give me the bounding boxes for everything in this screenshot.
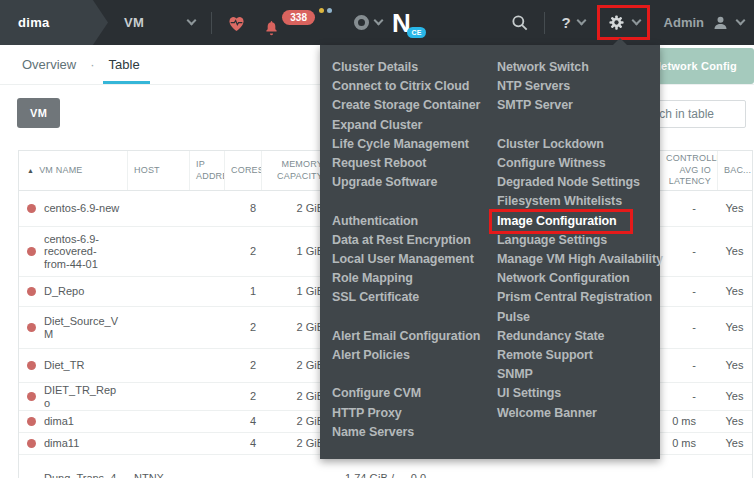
menu-col-left: Cluster DetailsConnect to Citrix CloudCr… bbox=[332, 58, 492, 461]
info-dot-icon bbox=[327, 8, 332, 13]
cell: Yes bbox=[718, 245, 751, 258]
menu-item-image-configuration[interactable]: Image Configuration bbox=[497, 212, 659, 231]
menu-item-redundancy-state[interactable]: Redundancy State bbox=[497, 327, 659, 346]
menu-item-life-cycle-management[interactable]: Life Cycle Management bbox=[332, 135, 492, 154]
tab-table[interactable]: Table bbox=[105, 45, 144, 84]
cell: - bbox=[660, 285, 718, 298]
status-dot-red-icon bbox=[27, 323, 36, 332]
settings-menu-button[interactable] bbox=[597, 5, 650, 40]
vm-name-cell: DIET_TR_Repo bbox=[19, 384, 128, 409]
vm-name: DIET_TR_Repo bbox=[44, 384, 122, 409]
column-label: BAC... bbox=[724, 165, 745, 177]
column-header-cores[interactable]: CORES bbox=[225, 151, 262, 190]
menu-item-ntp-servers[interactable]: NTP Servers bbox=[497, 77, 659, 96]
menu-item-pulse[interactable]: Pulse bbox=[497, 308, 659, 327]
vm-name-cell: D_Repo bbox=[19, 285, 128, 298]
vm-name: dima1 bbox=[44, 415, 74, 428]
divider bbox=[544, 12, 545, 34]
menu-item-smtp-server[interactable]: SMTP Server bbox=[497, 96, 659, 115]
menu-item-ssl-certificate[interactable]: SSL Certificate bbox=[332, 288, 492, 307]
menu-item-upgrade-software[interactable]: Upgrade Software bbox=[332, 173, 492, 192]
chevron-down-icon bbox=[631, 16, 641, 26]
column-header-host[interactable]: HOST bbox=[128, 151, 190, 190]
menu-item-alert-policies[interactable]: Alert Policies bbox=[332, 346, 492, 365]
column-header-controller-avg-io-latency[interactable]: CONTROLLER AVG IO LATENCY bbox=[660, 151, 718, 190]
vm-name-cell: dima1 bbox=[19, 415, 128, 428]
menu-item-ui-settings[interactable]: UI Settings bbox=[497, 384, 659, 403]
menu-item-local-user-management[interactable]: Local User Management bbox=[332, 250, 492, 269]
menu-item-expand-cluster[interactable]: Expand Cluster bbox=[332, 116, 492, 135]
vm-filter-button[interactable]: VM bbox=[17, 98, 60, 128]
user-menu[interactable]: Admin bbox=[664, 14, 744, 31]
cell: NTNX-691dff87 bbox=[128, 472, 190, 478]
tab-overview[interactable]: Overview bbox=[18, 45, 80, 84]
menu-item-manage-vm-high-availability[interactable]: Manage VM High Availability bbox=[497, 250, 659, 269]
cell: Yes bbox=[718, 437, 751, 450]
alerts-button[interactable]: 338 bbox=[263, 8, 332, 38]
menu-group: Alert Email ConfigurationAlert Policies bbox=[332, 327, 492, 365]
column-header-ip-addresses[interactable]: IP ADDRESSES bbox=[190, 151, 225, 190]
column-header-vm-name[interactable]: ▲VM NAME bbox=[19, 151, 128, 190]
chevron-down-icon[interactable] bbox=[374, 16, 384, 26]
bell-icon bbox=[263, 18, 280, 38]
health-button[interactable] bbox=[226, 13, 247, 33]
menu-item-remote-support[interactable]: Remote Support bbox=[497, 346, 659, 365]
menu-item-connect-to-citrix-cloud[interactable]: Connect to Citrix Cloud bbox=[332, 77, 492, 96]
cell: 2 bbox=[225, 245, 262, 258]
cell: 2 bbox=[225, 321, 262, 334]
menu-item-language-settings[interactable]: Language Settings bbox=[497, 231, 659, 250]
ce-badge: CE bbox=[407, 27, 425, 38]
cell: 1.74 GiB / 20 bbox=[330, 472, 400, 478]
app-root: dima VM 338 N CE bbox=[0, 0, 754, 478]
top-navbar: dima VM 338 N CE bbox=[0, 0, 754, 45]
menu-item-name-servers[interactable]: Name Servers bbox=[332, 423, 492, 442]
sort-asc-icon: ▲ bbox=[27, 166, 34, 175]
menu-item-role-mapping[interactable]: Role Mapping bbox=[332, 269, 492, 288]
settings-dropdown-menu: Cluster DetailsConnect to Citrix CloudCr… bbox=[320, 45, 660, 459]
menu-item-http-proxy[interactable]: HTTP Proxy bbox=[332, 404, 492, 423]
cluster-name[interactable]: dima bbox=[0, 0, 108, 45]
menu-item-degraded-node-settings[interactable]: Degraded Node Settings bbox=[497, 173, 659, 192]
menu-item-cluster-details[interactable]: Cluster Details bbox=[332, 58, 492, 77]
menu-item-welcome-banner[interactable]: Welcome Banner bbox=[497, 404, 659, 423]
navbar-right: ? Admin bbox=[510, 5, 754, 40]
status-dot-red-icon bbox=[27, 247, 36, 256]
vm-name: centos-6.9-new bbox=[44, 202, 119, 215]
menu-item-alert-email-configuration[interactable]: Alert Email Configuration bbox=[332, 327, 492, 346]
ring-icon[interactable] bbox=[354, 15, 369, 30]
menu-item-create-storage-container[interactable]: Create Storage Container bbox=[332, 96, 492, 115]
vm-name: D_Repo bbox=[44, 285, 84, 298]
entity-selector[interactable]: VM bbox=[124, 15, 195, 30]
cell: 0.07 bbox=[400, 472, 432, 478]
cell: 2 bbox=[225, 359, 262, 372]
menu-group: Cluster LockdownConfigure WitnessDegrade… bbox=[497, 135, 659, 423]
search-icon[interactable] bbox=[510, 13, 530, 33]
alert-count-badge[interactable]: 338 bbox=[282, 10, 315, 25]
cell: Yes bbox=[718, 321, 751, 334]
warning-dot-icon bbox=[319, 8, 324, 13]
column-label: CORES bbox=[231, 165, 255, 177]
menu-item-network-configuration[interactable]: Network Configuration bbox=[497, 269, 659, 288]
menu-item-configure-witness[interactable]: Configure Witness bbox=[497, 154, 659, 173]
view-tabs: Overview · Table bbox=[0, 45, 144, 84]
status-dot-red-icon bbox=[27, 204, 36, 213]
menu-item-cluster-lockdown[interactable]: Cluster Lockdown bbox=[497, 135, 659, 154]
menu-item-authentication[interactable]: Authentication bbox=[332, 212, 492, 231]
help-menu[interactable]: ? bbox=[561, 14, 584, 31]
cell: Yes bbox=[718, 285, 751, 298]
menu-item-snmp[interactable]: SNMP bbox=[497, 365, 659, 384]
menu-item-request-reboot[interactable]: Request Reboot bbox=[332, 154, 492, 173]
user-icon bbox=[712, 14, 729, 31]
vm-name-cell: Diet_TR bbox=[19, 359, 128, 372]
nutanix-logo[interactable]: N CE bbox=[392, 10, 410, 36]
menu-item-network-switch[interactable]: Network Switch bbox=[497, 58, 659, 77]
gear-icon bbox=[607, 13, 626, 32]
menu-item-configure-cvm[interactable]: Configure CVM bbox=[332, 384, 492, 403]
menu-item-data-at-rest-encryption[interactable]: Data at Rest Encryption bbox=[332, 231, 492, 250]
cell: 1 bbox=[225, 285, 262, 298]
menu-group: AuthenticationData at Rest EncryptionLoc… bbox=[332, 212, 492, 308]
menu-item-prism-central-registration[interactable]: Prism Central Registration bbox=[497, 288, 659, 307]
vm-name: dima11 bbox=[44, 437, 79, 450]
cell: 4 bbox=[225, 415, 262, 428]
column-header-bac[interactable]: BAC... bbox=[718, 151, 751, 190]
